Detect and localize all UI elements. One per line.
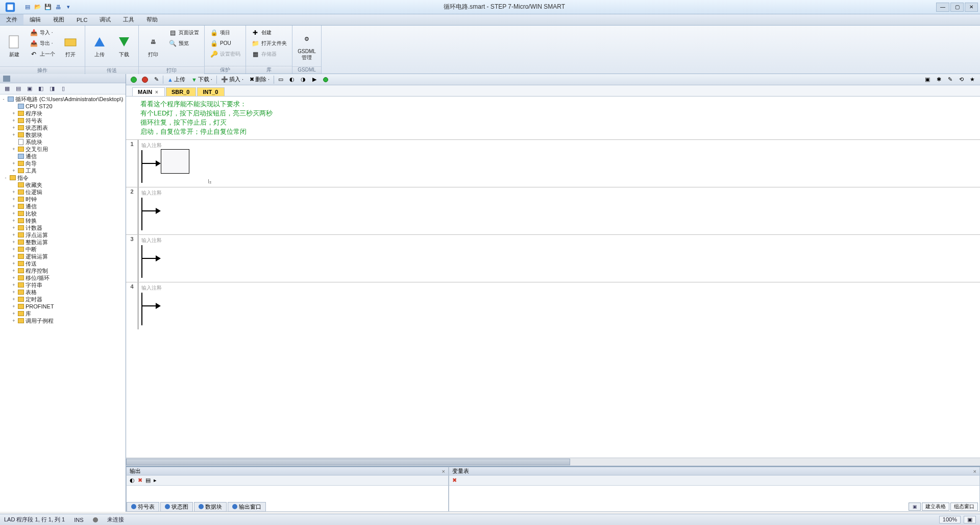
btab-symbol[interactable]: 符号表 [127, 502, 159, 512]
tree-tool-6[interactable]: ▯ [59, 85, 67, 93]
protect-project-button[interactable]: 🔒项目 [208, 28, 242, 37]
tab-int0[interactable]: INT_0 [197, 87, 225, 96]
tree-tool-5[interactable]: ◨ [48, 85, 56, 93]
btab-output[interactable]: 输出窗口 [228, 502, 266, 512]
qat-save-icon[interactable]: 💾 [44, 3, 52, 11]
tree-node[interactable]: +逻辑运算 [0, 253, 126, 260]
status-layout[interactable]: ▣ [964, 516, 976, 523]
maximize-button[interactable]: ▢ [950, 3, 964, 12]
network-title[interactable]: 输入注释 [141, 142, 977, 149]
tree-node[interactable]: +数据块 [0, 131, 126, 138]
upload-button[interactable]: 上传 [88, 28, 111, 64]
close-icon[interactable]: × [973, 468, 976, 474]
qat-dropdown-icon[interactable]: ▾ [64, 3, 72, 11]
network-title[interactable]: 输入注释 [141, 237, 977, 244]
tree-tool-3[interactable]: ▣ [26, 85, 34, 93]
tree-node[interactable]: +调用子例程 [0, 317, 126, 324]
tree-node[interactable]: +符号表 [0, 117, 126, 124]
qat-open-icon[interactable]: 📂 [34, 3, 42, 11]
prev-button[interactable]: ↶上一个 [28, 49, 57, 59]
tb-r1[interactable]: ▣ [923, 75, 932, 84]
var-tool-1[interactable]: ✖ [452, 477, 457, 484]
ladder-canvas[interactable]: 看看这个程序能不能实现以下要求： 有个LED灯，按下启动按钮后，亮三秒灭两秒 循… [126, 97, 980, 458]
tb-download[interactable]: ▼下载 · [189, 75, 214, 84]
tb-misc2[interactable]: ◐ [287, 75, 297, 84]
lib-openfolder-button[interactable]: 📁打开文件夹 [249, 38, 289, 48]
download-button[interactable]: 下载 [113, 28, 135, 64]
tree-node[interactable]: +时钟 [0, 196, 126, 203]
tree-node[interactable]: +整数运算 [0, 238, 126, 246]
tree-node[interactable]: 收藏夹 [0, 181, 126, 188]
tab-main[interactable]: MAIN× [132, 87, 165, 96]
run-button[interactable] [129, 75, 138, 84]
network[interactable]: 1输入注释 [126, 139, 980, 187]
stop-button[interactable] [140, 75, 150, 84]
tree-node[interactable]: +状态图表 [0, 124, 126, 131]
tree-node[interactable]: +程序控制 [0, 267, 126, 274]
tb-upload[interactable]: ▲上传 [165, 75, 187, 84]
print-button[interactable]: 🖶 打印 [142, 28, 164, 64]
tree-tool-4[interactable]: ◧ [37, 85, 45, 93]
tree-node[interactable]: +交叉引用 [0, 146, 126, 153]
menu-tools[interactable]: 工具 [117, 14, 140, 25]
tree-node[interactable]: +比较 [0, 210, 126, 217]
tree-node[interactable]: CPU ST20 [0, 103, 126, 110]
tree-node[interactable]: +浮点运算 [0, 231, 126, 238]
status-zoom[interactable]: 100% [939, 516, 961, 523]
tree-node[interactable]: +表格 [0, 289, 126, 296]
view-btn-1[interactable]: ▣ [909, 503, 921, 511]
compile-button[interactable]: ✎ [152, 75, 161, 84]
tree-node[interactable]: +移位/循环 [0, 274, 126, 281]
tb-insert[interactable]: ➕插入 · [219, 75, 246, 84]
tb-delete[interactable]: ✖删除 · [248, 75, 272, 84]
gsdml-button[interactable]: ⚙ GSDML 管理 [296, 28, 318, 64]
qat-new-icon[interactable]: ▤ [23, 3, 32, 11]
tb-misc5[interactable] [321, 75, 330, 84]
tab-sbr0[interactable]: SBR_0 [166, 87, 196, 96]
tb-r2[interactable]: ✱ [934, 75, 943, 84]
open-button[interactable]: 打开 [59, 28, 82, 64]
preview-button[interactable]: 🔍预览 [166, 38, 201, 48]
network[interactable]: 3输入注释 [126, 234, 980, 282]
menu-file[interactable]: 文件 [0, 14, 23, 25]
protect-pou-button[interactable]: 🔒POU [208, 38, 242, 48]
btab-status[interactable]: 状态图 [160, 502, 193, 512]
view-btn-config[interactable]: 组态窗口 [950, 503, 978, 511]
btab-data[interactable]: 数据块 [194, 502, 227, 512]
menu-help[interactable]: 帮助 [140, 14, 164, 25]
export-button[interactable]: 📤导出 · [28, 38, 57, 48]
tree-node[interactable]: +位逻辑 [0, 188, 126, 196]
tree-root[interactable]: - 循环电路 (C:\Users\Administrator\Desktop\) [0, 96, 126, 103]
close-icon[interactable]: × [155, 89, 158, 95]
lib-create-button[interactable]: ✚创建 [249, 28, 289, 37]
tb-r3[interactable]: ✎ [945, 75, 954, 84]
out-tool-2[interactable]: ✖ [138, 477, 142, 484]
tree-node[interactable]: +工具 [0, 167, 126, 174]
out-tool-1[interactable]: ◐ [130, 477, 135, 484]
tree-tool-2[interactable]: ▤ [14, 85, 22, 93]
menu-edit[interactable]: 编辑 [23, 14, 47, 25]
tree-node[interactable]: +程序块 [0, 110, 126, 117]
tree-node[interactable]: +库 [0, 310, 126, 317]
close-button[interactable]: ✕ [965, 3, 978, 12]
tree-node[interactable]: +PROFINET [0, 303, 126, 310]
tb-misc1[interactable]: ▭ [276, 75, 285, 84]
tb-r4[interactable]: ⟲ [957, 75, 966, 84]
import-button[interactable]: 📥导入 · [28, 28, 57, 37]
network[interactable]: 2输入注释 [126, 187, 980, 234]
tree-node[interactable]: +定时器 [0, 296, 126, 303]
pagesetup-button[interactable]: ▤页面设置 [166, 28, 201, 37]
tree-node[interactable]: +通信 [0, 203, 126, 210]
tb-r5[interactable]: ★ [968, 75, 977, 84]
tree-node[interactable]: +中断 [0, 246, 126, 253]
tree-node[interactable]: -指令 [0, 174, 126, 181]
tree-node[interactable]: +转换 [0, 217, 126, 224]
tree-node[interactable]: 通信 [0, 153, 126, 160]
minimize-button[interactable]: — [936, 3, 949, 12]
view-btn-table[interactable]: 建立表格 [922, 503, 949, 511]
project-tree[interactable]: - 循环电路 (C:\Users\Administrator\Desktop\)… [0, 94, 126, 512]
app-icon[interactable] [0, 0, 20, 14]
tree-node[interactable]: +向导 [0, 160, 126, 167]
tree-node[interactable]: +计数器 [0, 224, 126, 231]
network[interactable]: 4输入注释 [126, 282, 980, 329]
